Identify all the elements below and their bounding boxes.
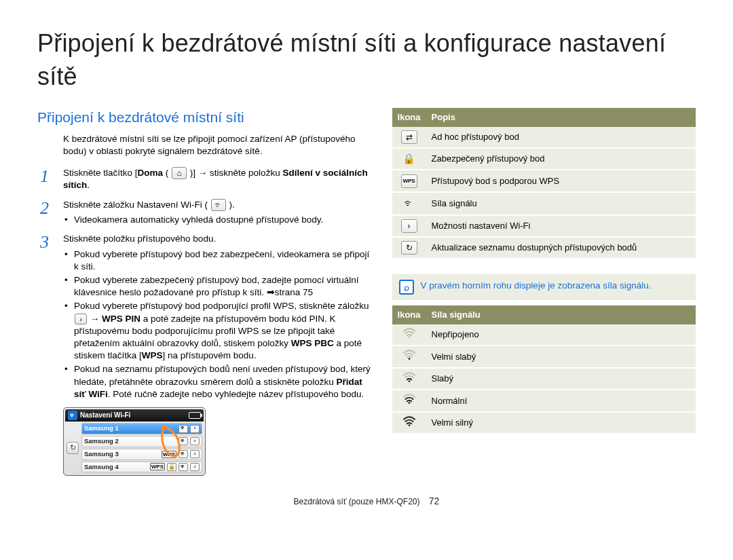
- s3b3-wpspin: WPS PIN: [102, 314, 140, 324]
- ap-name-4: Samsung 4: [84, 463, 119, 472]
- wifi-icon: ᯤ: [68, 411, 77, 420]
- th-desc: Popis: [426, 108, 696, 127]
- lock-icon: 🔒: [167, 463, 176, 471]
- step-3: Stiskněte položku přístupového bodu. Pok…: [37, 233, 373, 400]
- step3-bullet-2: Pokud vyberete zabezpečený přístupový bo…: [63, 274, 373, 299]
- s3b3-h: ] na přístupovém bodu.: [163, 350, 257, 360]
- table-row: ᯤSíla signálu: [392, 192, 696, 215]
- desc-cell: Aktualizace seznamu dostupných přístupov…: [426, 237, 696, 259]
- footer-text: Bezdrátová síť (pouze HMX-QF20): [294, 497, 420, 506]
- refresh-icon: ↻: [401, 241, 417, 255]
- s3b3-b: →: [88, 314, 102, 324]
- s3b3-wps: WPS: [142, 350, 163, 360]
- step-2: Stiskněte záložku Nastavení Wi-Fi ( ᯤ ).…: [37, 199, 373, 227]
- step3-text-a: Stiskněte položku přístupového bodu.: [63, 234, 216, 244]
- step2-text-b: ).: [227, 200, 235, 210]
- signal-label: Velmi silný: [426, 412, 696, 434]
- s3b3-wpspbc: WPS PBC: [291, 338, 334, 348]
- step1-text-d: )] → stiskněte položku: [187, 168, 282, 178]
- svg-point-3: [408, 380, 410, 382]
- svg-point-5: [408, 424, 410, 426]
- signal-icon: ᯤ: [178, 425, 188, 433]
- refresh-button[interactable]: ↻: [67, 442, 79, 454]
- wps-icon: WPS: [401, 174, 417, 188]
- right-column: Ikona Popis ⇄Ad hoc přístupový bod 🔒Zabe…: [392, 108, 696, 476]
- home-icon: ⌂: [172, 167, 187, 179]
- chevron-right-icon: ›: [75, 314, 87, 324]
- ap-name-2: Samsung 2: [84, 437, 119, 446]
- chevron-right-icon[interactable]: ›: [190, 425, 200, 433]
- chevron-right-icon: ›: [401, 219, 417, 233]
- note-box: ⌕ V pravém horním rohu displeje je zobra…: [392, 274, 696, 300]
- table-row: 🔒Zabezpečený přístupový bod: [392, 148, 696, 170]
- step3-bullet-1: Pokud vyberete přístupový bod bez zabezp…: [63, 248, 373, 273]
- signal-icon: [392, 368, 426, 390]
- step1-home-label: Doma: [138, 168, 164, 178]
- icon-description-table: Ikona Popis ⇄Ad hoc přístupový bod 🔒Zabe…: [392, 108, 696, 259]
- s3b3-a: Pokud vyberete přístupový bod podporujíc…: [74, 301, 369, 311]
- step2-text-a: Stiskněte záložku Nastavení Wi-Fi (: [63, 200, 210, 210]
- desc-cell: Možnosti nastavení Wi-Fi: [426, 215, 696, 237]
- signal-label: Velmi slabý: [426, 346, 696, 368]
- signal-icon: ᯤ: [404, 198, 415, 209]
- chevron-right-icon[interactable]: ›: [190, 437, 200, 445]
- page-title: Připojení k bezdrátové místní síti a kon…: [37, 27, 696, 93]
- desc-cell: Přístupový bod s podporou WPS: [426, 170, 696, 192]
- th-icon: Ikona: [392, 108, 426, 127]
- signal-label: Nepřipojeno: [426, 324, 696, 346]
- step1-text-a: Stiskněte tlačítko [: [63, 168, 138, 178]
- ap-row-3[interactable]: Samsung 3 WPS ᯤ ›: [81, 449, 202, 460]
- step1-text-f: .: [87, 180, 90, 190]
- ap-row-1[interactable]: Samsung 1 ᯤ ›: [81, 423, 202, 434]
- signal-icon: [392, 346, 426, 368]
- device-header: ᯤ Nastavení Wi-Fi: [65, 409, 204, 422]
- chevron-right-icon[interactable]: ›: [190, 463, 200, 471]
- adhoc-icon: ⇄: [401, 130, 417, 144]
- table-row: Normální: [392, 390, 696, 412]
- note-text: V pravém horním rohu displeje je zobraze…: [421, 280, 652, 295]
- intro-paragraph: K bezdrátové místní síti se lze připojit…: [63, 133, 373, 157]
- signal-icon: [392, 412, 426, 434]
- signal-icon: [392, 324, 426, 346]
- step2-sub: Videokamera automaticky vyhledá dostupné…: [63, 214, 373, 226]
- step1-text-c: (: [163, 168, 171, 178]
- signal-icon: [392, 390, 426, 412]
- device-screenshot: ᯤ Nastavení Wi-Fi ↻ Samsung 1 ᯤ › Samsun…: [63, 407, 206, 476]
- signal-icon: ᯤ: [178, 463, 188, 471]
- signal-strength-table: Ikona Síla signálu Nepřipojeno Velmi sla…: [392, 305, 696, 434]
- svg-point-2: [408, 358, 410, 360]
- wifi-settings-icon: ᯤ: [211, 199, 226, 211]
- signal-label: Normální: [426, 390, 696, 412]
- s3b4-c: . Poté ručně zadejte nebo vyhledejte náz…: [108, 389, 364, 399]
- chevron-right-icon[interactable]: ›: [190, 450, 200, 458]
- svg-point-4: [408, 402, 410, 404]
- table-row: WPSPřístupový bod s podporou WPS: [392, 170, 696, 192]
- table-row: Velmi slabý: [392, 346, 696, 368]
- page-number: 72: [429, 496, 440, 506]
- table-row: Velmi silný: [392, 412, 696, 434]
- page-footer: Bezdrátová síť (pouze HMX-QF20) 72: [37, 495, 696, 508]
- magnifier-icon: ⌕: [399, 280, 414, 295]
- ap-name-1: Samsung 1: [84, 424, 119, 433]
- ap-row-2[interactable]: Samsung 2 ᯤ ›: [81, 436, 202, 447]
- table-row: ↻Aktualizace seznamu dostupných přístupo…: [392, 237, 696, 259]
- signal-icon: ᯤ: [178, 437, 188, 445]
- th-icon: Ikona: [392, 305, 426, 324]
- s3b4-a: Pokud na seznamu přístupových bodů není …: [74, 364, 371, 386]
- wps-badge: WPS: [150, 463, 165, 470]
- desc-cell: Zabezpečený přístupový bod: [426, 148, 696, 170]
- table-row: ›Možnosti nastavení Wi-Fi: [392, 215, 696, 237]
- signal-label: Slabý: [426, 368, 696, 390]
- step-1: Stiskněte tlačítko [Doma ( ⌂ )] → stiskn…: [37, 167, 373, 192]
- wps-badge: WPS: [162, 451, 176, 458]
- ap-name-3: Samsung 3: [84, 450, 119, 459]
- svg-point-1: [408, 336, 410, 338]
- table-row: Slabý: [392, 368, 696, 390]
- section-title: Připojení k bezdrátové místní síti: [37, 108, 373, 127]
- desc-cell: Síla signálu: [426, 192, 696, 215]
- device-title: Nastavení Wi-Fi: [80, 411, 130, 420]
- lock-icon: 🔒: [402, 153, 415, 164]
- table-row: ⇄Ad hoc přístupový bod: [392, 127, 696, 148]
- ap-row-4[interactable]: Samsung 4 WPS 🔒 ᯤ ›: [81, 462, 202, 473]
- battery-icon: [189, 412, 201, 419]
